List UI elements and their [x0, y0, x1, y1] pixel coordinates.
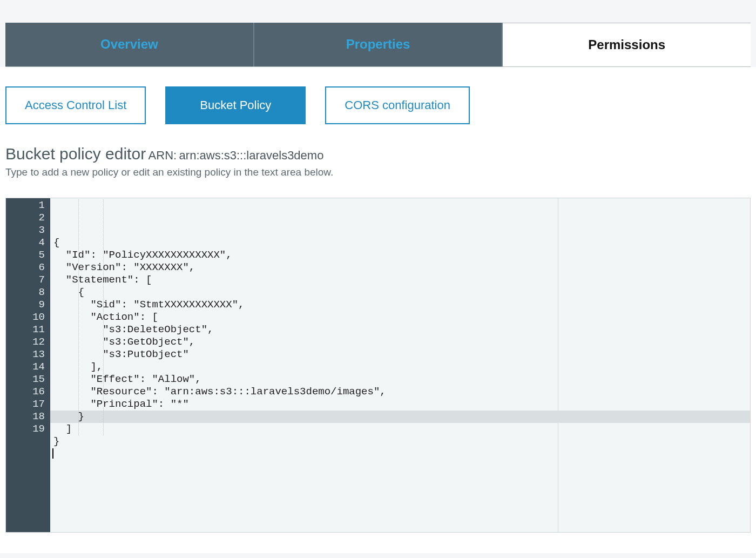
code-area[interactable]: { "Id": "PolicyXXXXXXXXXXXX", "Version":… — [50, 198, 750, 532]
editor-subtitle: Type to add a new policy or edit an exis… — [5, 166, 751, 178]
line-number: 17 — [6, 398, 45, 411]
line-number: 5 — [6, 249, 45, 261]
code-line[interactable]: } — [53, 411, 750, 423]
text-cursor — [52, 448, 53, 459]
code-line[interactable]: "Id": "PolicyXXXXXXXXXXXX", — [53, 249, 750, 261]
line-number: 8 — [6, 286, 45, 299]
code-line[interactable]: "s3:PutObject" — [53, 348, 750, 361]
subtab-bucket-policy[interactable]: Bucket Policy — [165, 86, 306, 124]
line-number: 15 — [6, 373, 45, 386]
code-line[interactable]: ] — [53, 423, 750, 435]
line-number: 4 — [6, 237, 45, 249]
line-number: 6 — [6, 261, 45, 274]
code-line[interactable]: "s3:DeleteObject", — [53, 324, 750, 336]
permissions-panel: Access Control List Bucket Policy CORS c… — [0, 67, 756, 553]
line-number: 19 — [6, 423, 45, 435]
line-number: 12 — [6, 336, 45, 348]
subtab-cors[interactable]: CORS configuration — [325, 86, 470, 124]
tab-overview[interactable]: Overview — [5, 23, 254, 66]
policy-code-editor[interactable]: 12345678910111213141516171819 { "Id": "P… — [5, 198, 751, 533]
code-line[interactable]: "Resource": "arn:aws:s3:::laravels3demo/… — [53, 386, 750, 398]
code-line[interactable]: "Sid": "StmtXXXXXXXXXXX", — [53, 299, 750, 311]
code-line[interactable]: { — [53, 286, 750, 299]
subtab-acl[interactable]: Access Control List — [5, 86, 146, 124]
line-number: 13 — [6, 348, 45, 361]
code-line[interactable] — [53, 460, 750, 473]
code-line[interactable]: { — [53, 237, 750, 249]
line-number: 9 — [6, 299, 45, 311]
line-number: 16 — [6, 386, 45, 398]
code-line[interactable]: "Statement": [ — [53, 274, 750, 286]
line-number: 14 — [6, 361, 45, 373]
code-line[interactable] — [53, 448, 750, 460]
main-tabs: Overview Properties Permissions — [5, 23, 751, 67]
line-number: 18 — [6, 411, 45, 423]
code-line[interactable]: "s3:GetObject", — [53, 336, 750, 348]
line-number-gutter: 12345678910111213141516171819 — [6, 198, 50, 532]
arn-label: ARN: — [148, 149, 177, 162]
editor-title: Bucket policy editor — [5, 145, 146, 163]
code-line[interactable]: "Effect": "Allow", — [53, 373, 750, 386]
tab-permissions[interactable]: Permissions — [503, 23, 751, 66]
line-number: 3 — [6, 224, 45, 237]
tab-properties[interactable]: Properties — [254, 23, 503, 66]
code-line[interactable]: } — [53, 435, 750, 448]
line-number: 11 — [6, 324, 45, 336]
code-line[interactable]: "Principal": "*" — [53, 398, 750, 411]
editor-header: Bucket policy editor ARN: arn:aws:s3:::l… — [5, 145, 751, 163]
line-number: 1 — [6, 199, 45, 212]
line-number: 10 — [6, 311, 45, 324]
line-number: 7 — [6, 274, 45, 286]
line-number: 2 — [6, 212, 45, 224]
permissions-subtabs: Access Control List Bucket Policy CORS c… — [5, 86, 751, 124]
arn-value: arn:aws:s3:::laravels3demo — [179, 149, 324, 162]
code-line[interactable]: ], — [53, 361, 750, 373]
code-line[interactable]: "Version": "XXXXXXX", — [53, 261, 750, 274]
code-line[interactable]: "Action": [ — [53, 311, 750, 324]
